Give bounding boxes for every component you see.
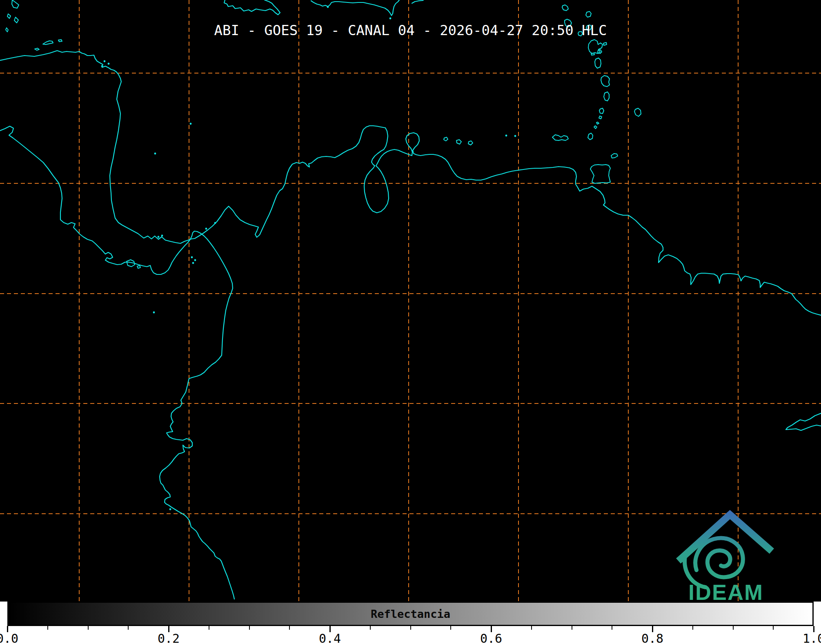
colorbar-gradient: Reflectancia (7, 602, 814, 626)
island-aruba (444, 137, 448, 141)
island-barbados (634, 108, 641, 116)
island-dot (104, 60, 106, 62)
colorbar-minor-tick (128, 626, 129, 630)
ideam-logo-spiral (695, 538, 743, 577)
island-martinique (601, 76, 610, 87)
colorbar-minor-tick (410, 626, 411, 630)
island-grenadine-3 (594, 126, 597, 129)
colorbar-minor-tick (88, 626, 89, 630)
island-roatan (43, 41, 53, 45)
image-title: ABI - GOES 19 - CANAL 04 - 2026-04-27 20… (0, 22, 821, 38)
island-cebaco (137, 265, 140, 268)
island-st-vincent (599, 108, 604, 114)
colorbar-tick-label: 0.0 (0, 631, 24, 644)
island-dot (190, 123, 192, 125)
colorbar-minor-tick (47, 626, 48, 630)
island-dot (327, 6, 329, 8)
colorbar-tick-label: 0.2 (152, 631, 185, 644)
ideam-logo: IDEAM (681, 515, 769, 602)
colorbar-minor-tick (572, 626, 572, 630)
colorbar-label: Reflectancia (371, 608, 450, 620)
island-dot (108, 63, 110, 65)
coastline-guyana-coast-fragment (786, 413, 821, 430)
colorbar-minor-tick (450, 626, 451, 630)
colorbar-tick-label: 0.4 (314, 631, 346, 644)
colorbar-minor-tick (692, 626, 693, 630)
island-guadeloupe (588, 40, 603, 53)
colorbar-minor-tick (531, 626, 532, 630)
island-antigua (586, 11, 591, 17)
island-dot (192, 262, 194, 264)
island-dot (153, 312, 155, 314)
island-nw-corner-fragment-a (12, 0, 19, 8)
coastline-hispaniola-east-fragment (412, 0, 423, 3)
island-dot (514, 135, 516, 137)
colorbar-tick-label: 0.6 (475, 631, 507, 644)
island-dot (158, 236, 160, 238)
colorbar-minor-tick (289, 626, 290, 630)
island-les-saintes (591, 53, 594, 55)
island-guanaja (58, 40, 62, 42)
island-dot (154, 153, 156, 155)
coastline-hispaniola-south-coast (311, 0, 399, 16)
island-dot (101, 65, 103, 67)
satellite-map-canvas: IDEAM (0, 0, 821, 602)
island-desirade (603, 42, 607, 45)
coastlines (0, 0, 821, 599)
colorbar-minor-tick (209, 626, 209, 630)
satellite-map: IDEAM ABI - GOES 19 - CANAL 04 - 2026-04… (0, 0, 821, 602)
island-bonaire (468, 141, 473, 145)
island-dot (161, 235, 163, 237)
colorbar-minor-tick (249, 626, 250, 630)
satellite-image-viewer: { "title": "ABI - GOES 19 - CANAL 04 - 2… (0, 0, 821, 644)
colorbar-minor-tick (612, 626, 612, 630)
colorbar-tick-label: 0.8 (636, 631, 669, 644)
island-dominica (595, 58, 601, 68)
island-dot (194, 259, 196, 261)
colorbar-minor-tick (733, 626, 734, 630)
island-utila (35, 48, 39, 50)
island-dot (205, 228, 207, 230)
island-dot (214, 222, 216, 224)
island-grenadine-2 (596, 122, 599, 124)
island-dot (169, 508, 171, 510)
island-dot (389, 18, 392, 20)
colorbar-tick-label: 1.0 (797, 631, 821, 644)
island-trinidad (590, 165, 610, 183)
coastline-jamaica-south-coast (224, 0, 280, 15)
island-dot (191, 256, 193, 258)
island-grenadine-1 (599, 116, 602, 119)
colorbar-minor-tick (773, 626, 774, 630)
island-st-lucia (604, 92, 609, 101)
island-dot (505, 135, 507, 137)
colorbar-panel: Reflectancia 0.00.20.40.60.81.0 (0, 602, 821, 644)
ideam-logo-text: IDEAM (688, 580, 763, 602)
coastline-pacific-coast (0, 126, 234, 599)
island-curacao (456, 140, 461, 144)
colorbar-minor-tick (370, 626, 371, 630)
island-nw-corner-fragment-b (7, 14, 11, 18)
latlon-grid (0, 0, 821, 602)
island-tobago (611, 154, 618, 158)
island-margarita (552, 135, 568, 140)
island-corner-antilles-fragment (562, 5, 568, 11)
island-grenada (588, 133, 593, 140)
